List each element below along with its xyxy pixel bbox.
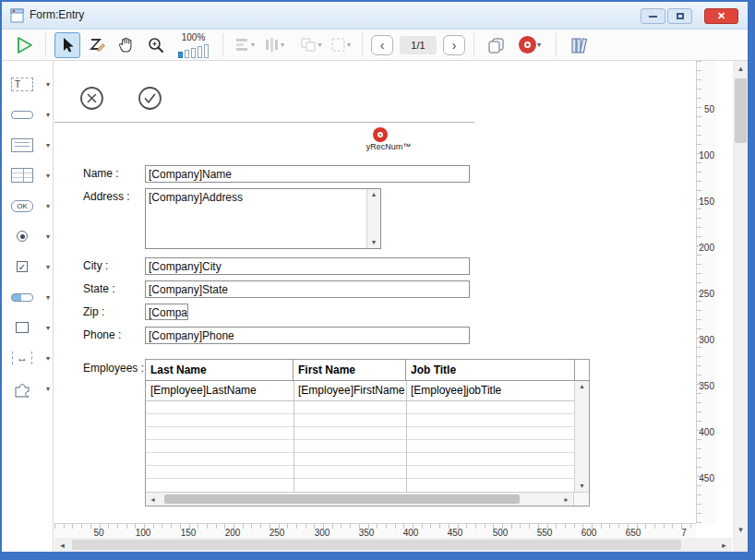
window-vertical-scrollbar[interactable]: ▴ ▾ xyxy=(733,61,748,538)
select-tool-button[interactable] xyxy=(54,32,80,58)
maximize-button[interactable] xyxy=(667,8,692,24)
chevron-right-icon: › xyxy=(452,38,457,53)
minimize-button[interactable] xyxy=(641,8,665,24)
run-form-button[interactable] xyxy=(11,32,37,58)
chevron-down-icon[interactable]: ▾ xyxy=(537,41,541,49)
sidebar-tool-checkbox[interactable]: ✓ ▾ xyxy=(6,255,50,279)
scroll-thumb[interactable] xyxy=(735,78,747,143)
scroll-up-icon[interactable]: ▴ xyxy=(733,61,748,77)
scroll-track[interactable] xyxy=(160,493,559,506)
scroll-track[interactable] xyxy=(70,538,716,552)
scroll-down-icon[interactable]: ▾ xyxy=(575,481,589,492)
pages-icon xyxy=(487,37,505,54)
sidebar-tool-text-area[interactable]: ▾ xyxy=(6,133,50,157)
column-header-job-title[interactable]: Job Title xyxy=(406,360,575,380)
column-header-first-name[interactable]: First Name xyxy=(294,360,406,380)
form-pages-button[interactable] xyxy=(483,32,509,58)
employees-horizontal-scrollbar[interactable]: ◂ ▸ xyxy=(146,492,589,506)
sidebar-tool-button[interactable]: OK ▾ xyxy=(6,194,50,218)
accept-button-object[interactable] xyxy=(138,86,162,111)
align-objects-button[interactable]: ▾ xyxy=(232,32,258,58)
chevron-down-icon[interactable]: ▾ xyxy=(46,141,50,149)
recnum-variable-label[interactable]: yRecNum™ xyxy=(359,142,418,151)
sidebar-tool-plugin[interactable]: ▾ xyxy=(6,376,50,400)
sidebar-tool-indicator[interactable]: ▾ xyxy=(6,285,50,309)
close-button[interactable]: ✕ xyxy=(704,8,738,24)
scroll-left-icon[interactable]: ◂ xyxy=(54,541,70,550)
group-objects-button[interactable]: ▾ xyxy=(298,32,324,58)
chevron-down-icon[interactable]: ▾ xyxy=(46,324,50,332)
scroll-thumb[interactable] xyxy=(164,494,520,504)
scroll-down-icon[interactable]: ▾ xyxy=(733,522,748,538)
field-label-phone[interactable]: Phone : xyxy=(83,328,121,341)
address-scrollbar[interactable]: ▴ ▾ xyxy=(366,189,380,248)
title-bar[interactable]: Form:Entry ✕ xyxy=(2,2,748,30)
form-canvas[interactable]: yRecNum™ Name : [Company]Name Address : … xyxy=(54,61,696,523)
field-input-zip[interactable]: [Compa xyxy=(145,304,188,320)
select-arrow-icon xyxy=(59,36,76,54)
chevron-down-icon[interactable]: ▾ xyxy=(318,41,321,49)
rectangle-tool-icon xyxy=(6,317,38,338)
field-input-address[interactable]: [Company]Address ▴ ▾ xyxy=(145,188,381,249)
field-label-zip[interactable]: Zip : xyxy=(83,305,104,318)
previous-page-button[interactable]: ‹ xyxy=(371,35,393,55)
field-input-state[interactable]: [Company]State xyxy=(145,280,470,298)
horizontal-ruler: 50 100 150 200 250 300 350 400 450 500 5… xyxy=(54,523,696,538)
chevron-down-icon[interactable]: ▾ xyxy=(281,41,284,49)
scroll-up-icon[interactable]: ▴ xyxy=(367,189,380,200)
scroll-left-icon[interactable]: ◂ xyxy=(146,495,160,504)
scroll-down-icon[interactable]: ▾ xyxy=(367,237,380,248)
chevron-down-icon[interactable]: ▾ xyxy=(46,111,50,119)
window-horizontal-scrollbar[interactable]: ◂ ▸ xyxy=(54,538,732,552)
field-label-name[interactable]: Name : xyxy=(83,167,119,180)
chevron-down-icon[interactable]: ▾ xyxy=(46,354,50,363)
sidebar-tool-radio[interactable]: ▾ xyxy=(6,224,50,248)
entry-order-tool-button[interactable] xyxy=(84,32,110,58)
sidebar-tool-text[interactable]: T ▾ xyxy=(6,72,50,96)
chevron-down-icon[interactable]: ▾ xyxy=(347,41,351,49)
employees-list-box[interactable]: Last Name First Name Job Title [Employee… xyxy=(145,359,590,506)
magnetic-grid-button[interactable]: ▾ xyxy=(328,32,354,58)
field-input-phone[interactable]: [Company]Phone xyxy=(145,327,470,344)
cancel-button-object[interactable] xyxy=(79,86,104,111)
chevron-down-icon[interactable]: ▾ xyxy=(46,232,50,241)
field-input-name[interactable]: [Company]Name xyxy=(145,165,470,183)
scroll-right-icon[interactable]: ▸ xyxy=(559,495,573,504)
page-indicator[interactable]: 1/1 xyxy=(400,36,437,54)
scroll-up-icon[interactable]: ▴ xyxy=(575,381,589,392)
separator-line-object[interactable] xyxy=(54,122,474,123)
sidebar-tool-list-box[interactable]: ▾ xyxy=(6,163,50,187)
field-label-state[interactable]: State : xyxy=(83,282,115,295)
chevron-down-icon[interactable]: ▾ xyxy=(46,385,50,393)
insert-4d-object-button[interactable]: ▾ xyxy=(512,32,547,58)
sidebar-tool-input[interactable]: ▾ xyxy=(6,102,50,126)
text-tool-icon: T xyxy=(6,74,38,94)
chevron-down-icon[interactable]: ▾ xyxy=(46,80,50,89)
table-row[interactable]: [Employee]LastName [Employee]FirstName [… xyxy=(146,381,575,401)
zoom-steps-icon[interactable] xyxy=(178,43,209,58)
recnum-variable-icon[interactable] xyxy=(373,127,388,142)
scroll-thumb[interactable] xyxy=(72,540,681,550)
field-label-city[interactable]: City : xyxy=(83,259,108,272)
employees-label[interactable]: Employees : xyxy=(83,362,144,375)
zoom-level-widget[interactable]: 100% xyxy=(178,32,209,58)
chevron-down-icon[interactable]: ▾ xyxy=(46,202,50,210)
object-library-button[interactable] xyxy=(565,32,596,58)
chevron-down-icon[interactable]: ▾ xyxy=(251,41,255,49)
chevron-down-icon[interactable]: ▾ xyxy=(46,263,50,271)
ruler-label: 100 xyxy=(699,150,714,161)
employees-vertical-scrollbar[interactable]: ▴ ▾ xyxy=(574,381,589,492)
next-page-button[interactable]: › xyxy=(443,35,465,55)
zoom-tool-button[interactable] xyxy=(143,32,169,58)
scroll-right-icon[interactable]: ▸ xyxy=(716,541,732,550)
field-label-address[interactable]: Address : xyxy=(83,190,130,203)
sidebar-tool-rectangle[interactable]: ▾ xyxy=(6,316,50,340)
chevron-down-icon[interactable]: ▾ xyxy=(46,172,50,180)
ruler-label: 400 xyxy=(398,528,424,538)
distribute-objects-button[interactable]: ▾ xyxy=(261,32,287,58)
sidebar-tool-splitter[interactable]: ↔ ▾ xyxy=(6,346,50,370)
chevron-down-icon[interactable]: ▾ xyxy=(46,293,50,302)
field-input-city[interactable]: [Company]City xyxy=(145,257,470,275)
column-header-last-name[interactable]: Last Name xyxy=(146,360,294,380)
hand-tool-button[interactable] xyxy=(114,32,139,58)
